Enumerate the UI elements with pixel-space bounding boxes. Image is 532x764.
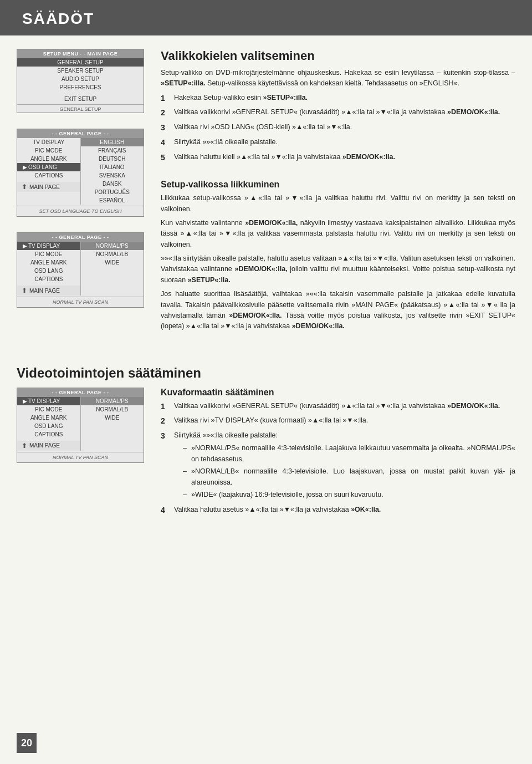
menu2-osd-lang: ▶OSD LANG bbox=[17, 163, 80, 171]
menu2-title: - - GENERAL PAGE - - bbox=[17, 129, 144, 138]
left-column: SETUP MENU - - MAIN PAGE GENERAL SETUP S… bbox=[17, 49, 144, 335]
s3-step2-num: 2 bbox=[161, 415, 170, 427]
page-title: SÄÄDÖT bbox=[22, 10, 94, 27]
menu3-arrow-icon: ▶ bbox=[23, 243, 27, 249]
menu4-tv-display: ▶TV DISPLAY bbox=[17, 397, 80, 405]
menu4-pic-mode: PIC MODE bbox=[17, 405, 80, 414]
s3-step1-text: Valitkaa valikkorivi »GENERAL SETUP« (ku… bbox=[174, 401, 500, 413]
section3-sublist: »NORMAL/PS« normaalille 4:3-televisiolle… bbox=[183, 443, 515, 500]
section3-step4: 4 Valitkaa haluttu asetus »▲«:lla tai »▼… bbox=[161, 505, 515, 517]
menu3-title: - - GENERAL PAGE - - bbox=[17, 233, 144, 242]
menu3-tv-display: ▶TV DISPLAY bbox=[17, 242, 80, 250]
step1-num: 1 bbox=[161, 93, 170, 105]
step2-text: Valitkaa valikkorivi »GENERAL SETUP« (ku… bbox=[174, 107, 500, 119]
menu4-footer: NORMAL TV PAN SCAN bbox=[17, 454, 144, 462]
menu4-left: ▶TV DISPLAY PIC MODE ANGLE MARK OSD LANG… bbox=[17, 397, 81, 451]
menu2-angle-mark: ANGLE MARK bbox=[17, 155, 80, 163]
menu2-espanol: ESPAÑOL bbox=[81, 196, 144, 205]
menu4-arrow-icon: ▶ bbox=[23, 398, 27, 404]
menu4-main-page: ⬆MAIN PAGE bbox=[17, 441, 80, 451]
menu1-item-speaker: SPEAKER SETUP bbox=[17, 67, 144, 75]
section2-para3: »»«:lla siirtytään oikealle palstalle, h… bbox=[161, 253, 515, 286]
step3-text: Valitkaa rivi »OSD LANG« (OSD-kieli) »▲«… bbox=[174, 122, 352, 134]
menu3-angle-mark: ANGLE MARK bbox=[17, 258, 80, 267]
menu3-left: ▶TV DISPLAY PIC MODE ANGLE MARK OSD LANG… bbox=[17, 242, 81, 296]
menu3-wide: WIDE bbox=[81, 258, 144, 267]
menu2-italiano: ITALIANO bbox=[81, 163, 144, 171]
menu3-footer: NORMAL TV PAN SCAN bbox=[17, 298, 144, 307]
step4-text: Siirtykää »»«:llä oikealle palstalle. bbox=[174, 137, 278, 149]
step5-text: Valitkaa haluttu kieli »▲«:lla tai »▼«:l… bbox=[174, 152, 395, 164]
menu3-two-col: ▶TV DISPLAY PIC MODE ANGLE MARK OSD LANG… bbox=[17, 242, 144, 296]
menu3-pic-mode: PIC MODE bbox=[17, 250, 80, 258]
sublist-item2: »NORMAL/LB« normaalille 4:3-televisiolle… bbox=[183, 466, 515, 488]
up-arrow-icon: ⬆ bbox=[22, 183, 27, 191]
menu4-normal-lb: NORMAL/LB bbox=[81, 405, 144, 414]
menu3-normal-lb: NORMAL/LB bbox=[81, 250, 144, 258]
bottom-right-steps: Kuvaformaatin säätäminen 1 Valitkaa vali… bbox=[161, 388, 515, 520]
menu2-footer: SET OSD LANGUAGE TO ENGLISH bbox=[17, 207, 144, 216]
menu3-osd-lang: OSD LANG bbox=[17, 267, 80, 275]
menu1-item-general: GENERAL SETUP bbox=[17, 58, 144, 67]
menu-setup-main: SETUP MENU - - MAIN PAGE GENERAL SETUP S… bbox=[17, 49, 144, 113]
section2-para1: Liikkukaa setup-valikossa »▲«:lla tai »▼… bbox=[161, 193, 515, 215]
s3-step4-text: Valitkaa haluttu asetus »▲«:lla tai »▼«:… bbox=[174, 505, 381, 517]
bottom-content: - - GENERAL PAGE - - ▶TV DISPLAY PIC MOD… bbox=[17, 388, 515, 520]
step1-text: Hakekaa Setup-valikko esiin »SETUP«:illa… bbox=[174, 93, 308, 105]
menu2-portugues: PORTUGUÊS bbox=[81, 188, 144, 196]
menu2-deutsch: DEUTSCH bbox=[81, 155, 144, 163]
menu-general-display: - - GENERAL PAGE - - ▶TV DISPLAY PIC MOD… bbox=[17, 232, 144, 308]
menu2-tv-display: TV DISPLAY bbox=[17, 138, 80, 146]
menu4-wide: WIDE bbox=[81, 414, 144, 422]
up-arrow2-icon: ⬆ bbox=[22, 287, 27, 294]
menu4-title: - - GENERAL PAGE - - bbox=[17, 388, 144, 397]
bottom-left-menu: - - GENERAL PAGE - - ▶TV DISPLAY PIC MOD… bbox=[17, 388, 144, 520]
step4-item: 4 Siirtykää »»«:llä oikealle palstalle. bbox=[161, 137, 515, 149]
s3-step2-text: Valitkaa rivi »TV DISPLAY« (kuva formaat… bbox=[174, 415, 368, 427]
section3-step1: 1 Valitkaa valikkorivi »GENERAL SETUP« (… bbox=[161, 401, 515, 413]
section1-title: Valikkokielen valitseminen bbox=[161, 49, 515, 63]
menu-general-lang: - - GENERAL PAGE - - TV DISPLAY PIC MODE… bbox=[17, 129, 144, 217]
menu1-item-exit: EXIT SETUP bbox=[17, 95, 144, 103]
step2-item: 2 Valitkaa valikkorivi »GENERAL SETUP« (… bbox=[161, 107, 515, 119]
menu3-right: NORMAL/PS NORMAL/LB WIDE bbox=[81, 242, 144, 296]
s3-step3-text: Siirtykää »»«:lla oikealle palstalle: »N… bbox=[174, 430, 515, 502]
menu2-dansk: DANSK bbox=[81, 180, 144, 188]
menu4-osd-lang: OSD LANG bbox=[17, 422, 80, 430]
sublist-item3: »WIDE« (laajakuva) 16:9-televisiolle, jo… bbox=[183, 490, 515, 500]
section3-subtitle: Kuvaformaatin säätäminen bbox=[161, 388, 515, 398]
right-column: Valikkokielen valitseminen Setup-valikko… bbox=[161, 49, 515, 335]
step1-item: 1 Hakekaa Setup-valikko esiin »SETUP«:il… bbox=[161, 93, 515, 105]
menu2-main-page: ⬆MAIN PAGE bbox=[17, 182, 80, 192]
section2-para4: Jos haluatte suorittaa lisäsäätöjä, vaih… bbox=[161, 289, 515, 332]
step3-num: 3 bbox=[161, 122, 170, 134]
menu2-arrow-icon: ▶ bbox=[23, 164, 27, 170]
menu3-main-page: ⬆MAIN PAGE bbox=[17, 286, 80, 296]
menu2-two-col: TV DISPLAY PIC MODE ANGLE MARK ▶OSD LANG… bbox=[17, 138, 144, 205]
menu1-item-audio: AUDIO SETUP bbox=[17, 75, 144, 83]
step5-item: 5 Valitkaa haluttu kieli »▲«:lla tai »▼«… bbox=[161, 152, 515, 164]
section3-main-title: Videotoimintojen säätäminen bbox=[17, 365, 515, 381]
step5-num: 5 bbox=[161, 152, 170, 164]
sublist-item1: »NORMAL/PS« normaalille 4:3-televisiolle… bbox=[183, 443, 515, 465]
page-header: SÄÄDÖT bbox=[0, 0, 532, 35]
s3-step3-num: 3 bbox=[161, 430, 170, 502]
section3-step3: 3 Siirtykää »»«:lla oikealle palstalle: … bbox=[161, 430, 515, 502]
menu-video-display: - - GENERAL PAGE - - ▶TV DISPLAY PIC MOD… bbox=[17, 388, 144, 463]
bottom-section: Videotoimintojen säätäminen - - GENERAL … bbox=[0, 365, 532, 542]
menu4-two-col: ▶TV DISPLAY PIC MODE ANGLE MARK OSD LANG… bbox=[17, 397, 144, 451]
menu2-pic-mode: PIC MODE bbox=[17, 146, 80, 155]
section1-body1: Setup-valikko on DVD-mikrojärjestelmänne… bbox=[161, 68, 515, 89]
menu2-francais: FRANÇAIS bbox=[81, 146, 144, 155]
menu2-right: ENGLISH FRANÇAIS DEUTSCH ITALIANO SVENSK… bbox=[81, 138, 144, 205]
step3-item: 3 Valitkaa rivi »OSD LANG« (OSD-kieli) »… bbox=[161, 122, 515, 134]
s3-step1-num: 1 bbox=[161, 401, 170, 413]
menu2-left: TV DISPLAY PIC MODE ANGLE MARK ▶OSD LANG… bbox=[17, 138, 81, 205]
step4-num: 4 bbox=[161, 137, 170, 149]
menu2-svenska: SVENSKA bbox=[81, 171, 144, 180]
section3-step2: 2 Valitkaa rivi »TV DISPLAY« (kuva forma… bbox=[161, 415, 515, 427]
up-arrow3-icon: ⬆ bbox=[22, 442, 27, 450]
menu4-angle-mark: ANGLE MARK bbox=[17, 414, 80, 422]
menu4-right: NORMAL/PS NORMAL/LB WIDE bbox=[81, 397, 144, 451]
menu4-normal-ps: NORMAL/PS bbox=[81, 397, 144, 405]
